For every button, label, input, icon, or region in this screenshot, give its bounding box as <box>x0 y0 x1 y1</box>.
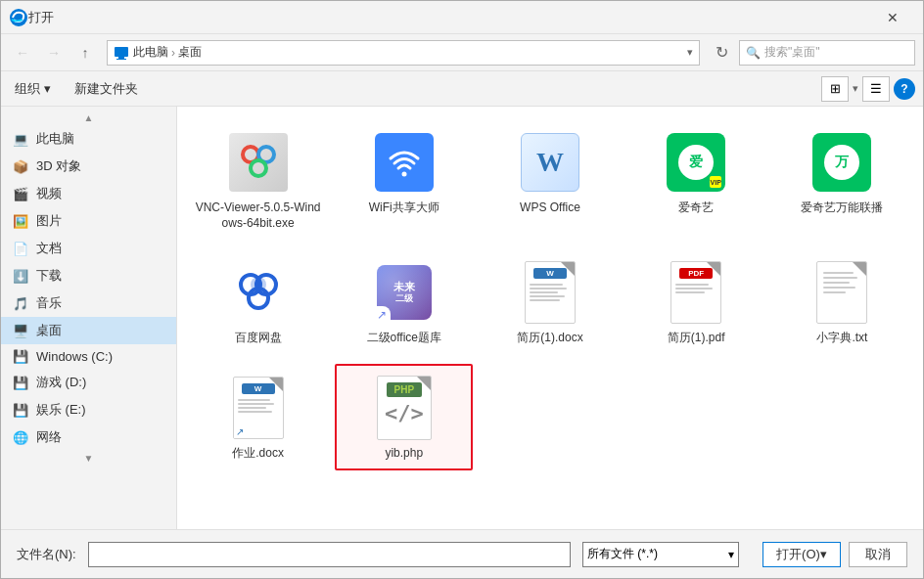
file-item-dict[interactable]: 小字典.txt <box>773 248 911 356</box>
entertainment-drive-icon: 💾 <box>13 403 28 418</box>
3d-icon: 📦 <box>13 159 28 174</box>
svg-point-11 <box>251 277 266 292</box>
toolbar: ← → ↑ 此电脑 › 桌面 ▾ ↻ 🔍 搜索"桌面" <box>1 34 923 71</box>
list-view-button[interactable]: ☰ <box>862 76 890 102</box>
files-area: VNC-Viewer-5.0.5-Windows-64bit.exe <box>177 107 923 529</box>
iqiyi-file-icon: 爱 VIP <box>662 128 730 197</box>
resume-docx-file-icon: W <box>516 258 584 327</box>
sidebar: ▲ 💻 此电脑 📦 3D 对象 🎬 视频 🖼️ 图片 📄 文档 <box>1 107 177 529</box>
vnc-file-name: VNC-Viewer-5.0.5-Windows-64bit.exe <box>195 200 321 231</box>
wps-file-name: WPS Office <box>520 200 580 216</box>
address-path: 桌面 <box>178 44 202 61</box>
search-bar[interactable]: 🔍 搜索"桌面" <box>739 40 915 66</box>
view-dropdown[interactable]: ▾ <box>853 82 858 95</box>
file-item-wps[interactable]: W WPS Office <box>481 118 619 241</box>
scroll-down-arrow[interactable]: ▼ <box>1 451 176 466</box>
sidebar-item-pc[interactable]: 💻 此电脑 <box>1 125 176 153</box>
wps-file-icon: W <box>516 128 584 197</box>
file-item-vnc[interactable]: VNC-Viewer-5.0.5-Windows-64bit.exe <box>189 118 327 241</box>
refresh-button[interactable]: ↻ <box>708 39 735 67</box>
sidebar-item-3d[interactable]: 📦 3D 对象 <box>1 153 176 180</box>
address-dropdown[interactable]: ▾ <box>687 46 693 59</box>
sidebar-item-desktop[interactable]: 🖥️ 桌面 <box>1 317 176 344</box>
new-folder-button[interactable]: 新建文件夹 <box>69 76 144 102</box>
cancel-button[interactable]: 取消 <box>849 542 907 567</box>
iqiyi2-file-name: 爱奇艺万能联播 <box>801 200 883 216</box>
organize-button[interactable]: 组织 ▾ <box>9 76 57 102</box>
dialog-title: 打开 <box>28 9 870 26</box>
vnc-file-icon <box>224 128 293 197</box>
desktop-icon: 🖥️ <box>13 324 28 338</box>
file-item-resume-pdf[interactable]: PDF 简历(1).pdf <box>627 248 765 356</box>
sidebar-label-downloads: 下载 <box>36 267 62 285</box>
filetype-select[interactable]: 所有文件 (*.*) ▾ <box>582 542 739 567</box>
sidebar-label-games: 游戏 (D:) <box>36 374 86 391</box>
sidebar-item-network[interactable]: 🌐 网络 <box>1 423 176 451</box>
file-item-iqiyi2[interactable]: 万 爱奇艺万能联播 <box>773 118 911 241</box>
edge-icon <box>9 8 28 27</box>
search-placeholder: 搜索"桌面" <box>764 44 820 61</box>
network-icon: 🌐 <box>13 430 28 445</box>
iqiyi-file-name: 爱奇艺 <box>678 200 714 216</box>
sidebar-label-video: 视频 <box>36 185 62 202</box>
file-item-office-lib[interactable]: 未来 二级 ↗ 二级office题库 <box>335 248 473 356</box>
content-area: ▲ 💻 此电脑 📦 3D 对象 🎬 视频 🖼️ 图片 📄 文档 <box>1 107 923 529</box>
svg-point-7 <box>401 172 406 177</box>
back-button[interactable]: ← <box>9 39 36 67</box>
wifi-file-icon <box>370 128 439 197</box>
sidebar-label-desktop: 桌面 <box>36 322 62 339</box>
downloads-icon: ⬇️ <box>13 269 28 284</box>
svg-point-0 <box>10 9 27 26</box>
sidebar-item-games[interactable]: 💾 游戏 (D:) <box>1 369 176 396</box>
php-file-name: yib.php <box>385 446 423 462</box>
sidebar-label-windows: Windows (C:) <box>36 349 113 364</box>
address-bar[interactable]: 此电脑 › 桌面 ▾ <box>107 40 700 66</box>
sidebar-label-entertainment: 娱乐 (E:) <box>36 401 86 419</box>
pc-icon: 💻 <box>13 132 28 147</box>
sidebar-item-downloads[interactable]: ⬇️ 下载 <box>1 262 176 290</box>
games-drive-icon: 💾 <box>13 376 28 390</box>
title-bar: 打开 ✕ <box>1 1 923 34</box>
sidebar-item-entertainment[interactable]: 💾 娱乐 (E:) <box>1 396 176 423</box>
windows-drive-icon: 💾 <box>13 349 28 364</box>
address-prefix: 此电脑 <box>133 44 168 61</box>
grid-view-button[interactable]: ⊞ <box>821 76 849 102</box>
music-icon: 🎵 <box>13 296 28 311</box>
sidebar-item-docs[interactable]: 📄 文档 <box>1 235 176 262</box>
up-button[interactable]: ↑ <box>71 39 99 67</box>
close-button[interactable]: ✕ <box>870 3 915 32</box>
dict-file-icon <box>808 258 876 327</box>
file-item-iqiyi[interactable]: 爱 VIP 爱奇艺 <box>627 118 765 241</box>
svg-rect-2 <box>118 57 124 59</box>
svg-rect-3 <box>116 59 126 60</box>
resume-docx-file-name: 简历(1).docx <box>517 331 582 346</box>
sidebar-item-music[interactable]: 🎵 音乐 <box>1 290 176 317</box>
forward-button[interactable]: → <box>40 39 68 67</box>
help-button[interactable]: ? <box>894 78 915 100</box>
video-icon: 🎬 <box>13 187 28 201</box>
wifi-file-name: WiFi共享大师 <box>369 200 439 216</box>
files-grid: VNC-Viewer-5.0.5-Windows-64bit.exe <box>185 114 915 474</box>
sidebar-label-music: 音乐 <box>36 294 62 312</box>
sidebar-item-pictures[interactable]: 🖼️ 图片 <box>1 207 176 235</box>
office-lib-file-name: 二级office题库 <box>367 331 441 346</box>
actions-bar: 组织 ▾ 新建文件夹 ⊞ ▾ ☰ ? <box>1 71 923 107</box>
sidebar-item-windows[interactable]: 💾 Windows (C:) <box>1 344 176 369</box>
work-file-icon: W ↗ <box>224 374 293 442</box>
file-item-resume-docx[interactable]: W 简历(1).docx <box>481 248 619 356</box>
file-item-php[interactable]: PHP </> yib.php <box>335 364 473 471</box>
scroll-up-arrow[interactable]: ▲ <box>1 111 176 125</box>
sidebar-item-video[interactable]: 🎬 视频 <box>1 180 176 207</box>
filename-input[interactable] <box>88 542 571 567</box>
file-item-wifi[interactable]: WiFi共享大师 <box>335 118 473 241</box>
dialog-buttons: 打开(O) ▾ 取消 <box>762 542 907 567</box>
docs-icon: 📄 <box>13 242 28 256</box>
svg-rect-1 <box>115 47 128 57</box>
list-icon: ☰ <box>870 81 882 96</box>
address-sep1: › <box>171 46 175 60</box>
sidebar-label-pc: 此电脑 <box>36 130 74 148</box>
file-item-work[interactable]: W ↗ 作业. <box>189 364 327 471</box>
open-button[interactable]: 打开(O) ▾ <box>762 542 841 567</box>
file-item-baidu[interactable]: 百度网盘 <box>189 248 327 356</box>
filetype-label: 所有文件 (*.*) <box>587 546 658 562</box>
